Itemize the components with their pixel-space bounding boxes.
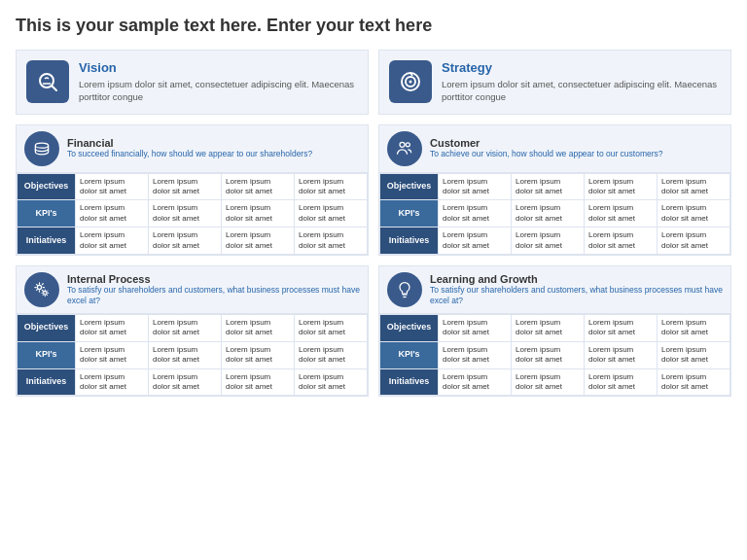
learning-row-1-cell-2: Lorem ipsum dolor sit amet <box>585 341 658 368</box>
customer-icon <box>387 131 422 166</box>
learning-row-0-cell-2: Lorem ipsum dolor sit amet <box>585 314 658 341</box>
financial-row-1-cell-2: Lorem ipsum dolor sit amet <box>222 200 295 228</box>
learning-table: ObjectivesLorem ipsum dolor sit ametLore… <box>379 314 730 396</box>
internal-header-text: Internal ProcessTo satisfy our sharehold… <box>67 273 360 306</box>
internal-row-1-cell-2: Lorem ipsum dolor sit amet <box>222 341 295 368</box>
table-row: ObjectivesLorem ipsum dolor sit ametLore… <box>18 173 368 200</box>
customer-row-1-cell-0: Lorem ipsum dolor sit amet <box>439 200 512 228</box>
financial-row-0-cell-3: Lorem ipsum dolor sit amet <box>295 173 368 200</box>
table-row: ObjectivesLorem ipsum dolor sit ametLore… <box>380 314 730 341</box>
strategy-content: Strategy Lorem ipsum dolor sit amet, con… <box>442 60 721 104</box>
financial-row-1-cell-1: Lorem ipsum dolor sit amet <box>149 200 222 228</box>
customer-header-text: CustomerTo achieve our vision, how shoul… <box>430 137 663 159</box>
quadrant-header-customer: CustomerTo achieve our vision, how shoul… <box>379 125 730 173</box>
customer-row-1-cell-2: Lorem ipsum dolor sit amet <box>585 200 658 228</box>
customer-row-2-cell-2: Lorem ipsum dolor sit amet <box>585 228 658 255</box>
learning-row-2-cell-3: Lorem ipsum dolor sit amet <box>658 368 730 396</box>
internal-row-1-label: KPI's <box>18 341 76 368</box>
financial-row-2-cell-3: Lorem ipsum dolor sit amet <box>295 228 368 255</box>
svg-point-5 <box>409 81 412 84</box>
customer-row-0-label: Objectives <box>380 173 439 200</box>
internal-row-1-cell-0: Lorem ipsum dolor sit amet <box>76 341 149 368</box>
strategy-card: Strategy Lorem ipsum dolor sit amet, con… <box>378 50 731 115</box>
customer-description: To achieve our vision, how should we app… <box>430 149 663 159</box>
vision-card: Vision Lorem ipsum dolor sit amet, conse… <box>16 50 369 115</box>
learning-row-2-cell-1: Lorem ipsum dolor sit amet <box>512 368 585 396</box>
financial-row-2-cell-0: Lorem ipsum dolor sit amet <box>76 228 149 255</box>
table-row: ObjectivesLorem ipsum dolor sit ametLore… <box>380 173 730 200</box>
internal-row-2-label: Initiatives <box>18 368 76 396</box>
financial-description: To succeed financially, how should we ap… <box>67 149 312 159</box>
financial-row-2-label: Initiatives <box>18 228 76 255</box>
customer-row-2-cell-0: Lorem ipsum dolor sit amet <box>439 228 512 255</box>
quadrant-header-internal: Internal ProcessTo satisfy our sharehold… <box>17 266 368 314</box>
quadrant-internal: Internal ProcessTo satisfy our sharehold… <box>16 265 369 397</box>
financial-row-1-cell-3: Lorem ipsum dolor sit amet <box>295 200 368 228</box>
learning-row-0-label: Objectives <box>380 314 439 341</box>
svg-point-11 <box>44 292 47 295</box>
customer-row-0-cell-3: Lorem ipsum dolor sit amet <box>658 173 730 200</box>
customer-row-1-cell-3: Lorem ipsum dolor sit amet <box>658 200 730 228</box>
financial-header-text: FinancialTo succeed financially, how sho… <box>67 137 312 159</box>
financial-title: Financial <box>67 137 312 149</box>
vision-icon <box>26 60 69 103</box>
customer-row-1-cell-1: Lorem ipsum dolor sit amet <box>512 200 585 228</box>
learning-row-2-label: Initiatives <box>380 368 439 396</box>
learning-row-0-cell-1: Lorem ipsum dolor sit amet <box>512 314 585 341</box>
strategy-title: Strategy <box>442 60 721 75</box>
internal-row-0-cell-3: Lorem ipsum dolor sit amet <box>295 314 368 341</box>
financial-row-0-cell-1: Lorem ipsum dolor sit amet <box>149 173 222 200</box>
table-row: InitiativesLorem ipsum dolor sit ametLor… <box>380 228 730 255</box>
quadrant-header-financial: FinancialTo succeed financially, how sho… <box>17 125 368 173</box>
customer-row-0-cell-1: Lorem ipsum dolor sit amet <box>512 173 585 200</box>
internal-row-0-cell-1: Lorem ipsum dolor sit amet <box>149 314 222 341</box>
customer-row-1-label: KPI's <box>380 200 439 228</box>
page-title: This is your sample text here. Enter you… <box>16 16 731 36</box>
learning-row-2-cell-2: Lorem ipsum dolor sit amet <box>585 368 658 396</box>
internal-table: ObjectivesLorem ipsum dolor sit ametLore… <box>17 314 368 396</box>
internal-row-2-cell-2: Lorem ipsum dolor sit amet <box>222 368 295 396</box>
internal-row-2-cell-1: Lorem ipsum dolor sit amet <box>149 368 222 396</box>
svg-point-8 <box>400 142 405 147</box>
internal-row-1-cell-1: Lorem ipsum dolor sit amet <box>149 341 222 368</box>
learning-title: Learning and Growth <box>430 273 723 285</box>
vision-description: Lorem ipsum dolor sit amet, consectetuer… <box>79 78 358 104</box>
financial-row-2-cell-2: Lorem ipsum dolor sit amet <box>222 228 295 255</box>
quadrant-financial: FinancialTo succeed financially, how sho… <box>16 124 369 256</box>
customer-row-2-cell-1: Lorem ipsum dolor sit amet <box>512 228 585 255</box>
financial-row-0-cell-2: Lorem ipsum dolor sit amet <box>222 173 295 200</box>
customer-row-2-cell-3: Lorem ipsum dolor sit amet <box>658 228 730 255</box>
top-section: Vision Lorem ipsum dolor sit amet, conse… <box>16 50 731 115</box>
table-row: InitiativesLorem ipsum dolor sit ametLor… <box>380 368 730 396</box>
learning-description: To satisfy our shareholders and customer… <box>430 285 723 306</box>
financial-icon <box>24 131 59 166</box>
financial-row-0-cell-0: Lorem ipsum dolor sit amet <box>76 173 149 200</box>
table-row: KPI'sLorem ipsum dolor sit ametLorem ips… <box>18 200 368 228</box>
learning-icon <box>387 272 422 307</box>
learning-row-1-cell-3: Lorem ipsum dolor sit amet <box>658 341 730 368</box>
internal-row-1-cell-3: Lorem ipsum dolor sit amet <box>295 341 368 368</box>
customer-title: Customer <box>430 137 663 149</box>
table-row: KPI'sLorem ipsum dolor sit ametLorem ips… <box>380 200 730 228</box>
internal-icon <box>24 272 59 307</box>
table-row: InitiativesLorem ipsum dolor sit ametLor… <box>18 368 368 396</box>
table-row: ObjectivesLorem ipsum dolor sit ametLore… <box>18 314 368 341</box>
quadrant-header-learning: Learning and GrowthTo satisfy our shareh… <box>379 266 730 314</box>
financial-row-1-cell-0: Lorem ipsum dolor sit amet <box>76 200 149 228</box>
vision-title: Vision <box>79 60 358 75</box>
learning-row-1-label: KPI's <box>380 341 439 368</box>
learning-row-1-cell-1: Lorem ipsum dolor sit amet <box>512 341 585 368</box>
financial-row-1-label: KPI's <box>18 200 76 228</box>
learning-row-0-cell-0: Lorem ipsum dolor sit amet <box>439 314 512 341</box>
svg-point-7 <box>35 143 48 148</box>
customer-row-0-cell-0: Lorem ipsum dolor sit amet <box>439 173 512 200</box>
strategy-description: Lorem ipsum dolor sit amet, consectetuer… <box>442 78 721 104</box>
strategy-icon <box>389 60 432 103</box>
svg-line-1 <box>53 87 57 91</box>
internal-row-0-cell-2: Lorem ipsum dolor sit amet <box>222 314 295 341</box>
internal-row-0-cell-0: Lorem ipsum dolor sit amet <box>76 314 149 341</box>
vision-content: Vision Lorem ipsum dolor sit amet, conse… <box>79 60 358 104</box>
customer-table: ObjectivesLorem ipsum dolor sit ametLore… <box>379 173 730 255</box>
internal-row-2-cell-3: Lorem ipsum dolor sit amet <box>295 368 368 396</box>
learning-header-text: Learning and GrowthTo satisfy our shareh… <box>430 273 723 306</box>
